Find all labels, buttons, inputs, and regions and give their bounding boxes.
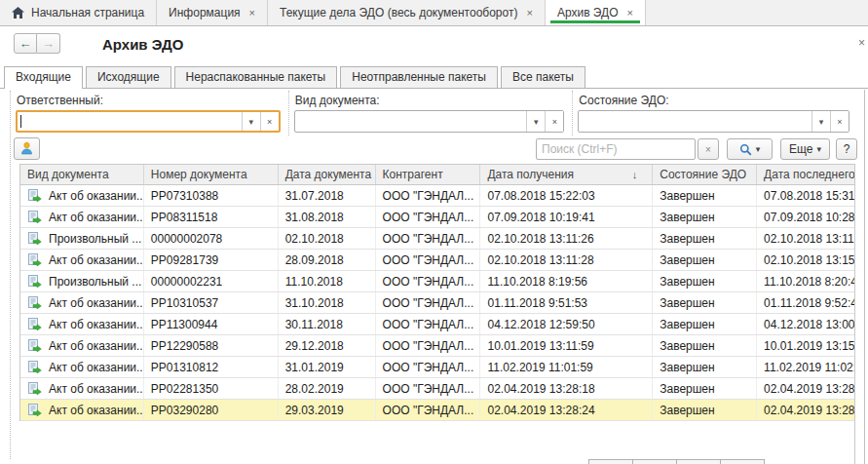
tab-close-icon[interactable]: ×	[249, 7, 255, 19]
table-row[interactable]: Акт об оказании...PP0228135028.02.2019ОО…	[20, 378, 854, 400]
incoming-document-icon	[27, 253, 42, 266]
table-row[interactable]: Акт об оказании...PP0329028029.03.2019ОО…	[20, 400, 854, 421]
window-tab-label: Текущие дела ЭДО (весь документооборот)	[280, 6, 517, 19]
cell-text: Завершен	[660, 211, 714, 224]
table-row[interactable]: Произвольный ...0000000207802.10.2018ООО…	[20, 228, 854, 250]
search-clear-button[interactable]: ×	[698, 138, 719, 160]
column-header-doc-kind[interactable]: Вид документа	[20, 165, 144, 184]
cell-number: PP11300944	[144, 314, 279, 334]
cell-type: Акт об оказании...	[20, 185, 144, 206]
column-header-received-date[interactable]: Дата получения ↓	[480, 165, 653, 184]
table-row[interactable]: Акт об оказании...PP1229058829.12.2018ОО…	[20, 335, 854, 357]
incoming-document-icon	[27, 382, 42, 395]
cell-received: 04.12.2018 12:59:50	[480, 314, 653, 334]
table-row[interactable]: Акт об оказании...PP0731038831.07.2018ОО…	[20, 185, 854, 207]
clear-icon[interactable]: ×	[830, 111, 849, 132]
cell-counterparty: ООО "ГЭНДАЛ...	[376, 228, 481, 249]
tab-close-icon[interactable]: ×	[627, 7, 633, 19]
cell-date: 30.11.2018	[279, 314, 376, 334]
cell-number: 00000002231	[144, 271, 279, 291]
cell-text: 00000002231	[151, 275, 222, 289]
cell-text: Акт об оказании...	[49, 382, 144, 396]
cell-received: 07.09.2018 10:19:41	[480, 207, 653, 227]
cell-changed: 02.10.2018 13:11:58	[757, 228, 854, 249]
column-header-edo-state[interactable]: Состояние ЭДО	[653, 165, 757, 184]
cell-date: 29.03.2019	[279, 400, 376, 420]
table-row[interactable]: Акт об оказании...PP0131081231.01.2019ОО…	[20, 357, 854, 378]
cell-received: 11.10.2018 8:19:56	[480, 271, 653, 291]
column-header-doc-date[interactable]: Дата документа	[279, 165, 376, 184]
dropdown-icon[interactable]: ▾	[811, 111, 830, 132]
subtab-unpacked[interactable]: Нераспакованные пакеты	[174, 66, 338, 88]
cell-text: 01.11.2018 9:52:46	[764, 296, 854, 310]
cell-date: 31.08.2018	[279, 207, 376, 227]
bottom-nav-button[interactable]	[720, 459, 765, 464]
cell-date: 31.10.2018	[279, 292, 376, 313]
back-button[interactable]: ←	[14, 33, 37, 54]
clear-icon[interactable]: ×	[260, 112, 279, 131]
form-right-border	[864, 90, 865, 464]
dropdown-icon[interactable]: ▾	[242, 112, 260, 131]
bottom-nav-button[interactable]	[676, 459, 721, 464]
cell-text: Завершен	[660, 189, 714, 203]
cell-text: 11.10.2018 8:20:47	[764, 275, 854, 289]
cell-text: ООО "ГЭНДАЛ...	[383, 189, 474, 203]
cell-state: Завершен	[653, 400, 757, 420]
search-button[interactable]: ▾	[727, 138, 773, 160]
responsible-input[interactable]	[21, 112, 242, 131]
window-tab-edo-archive[interactable]: Архив ЭДО ×	[546, 0, 646, 25]
cell-state: Завершен	[653, 271, 757, 291]
window-tab-home[interactable]: Начальная страница	[0, 0, 157, 25]
window-tab-label: Информация	[169, 6, 240, 19]
bottom-nav-button[interactable]	[632, 459, 677, 464]
responsible-combobox: ▾ ×	[16, 110, 281, 133]
table-row[interactable]: Произвольный ...0000000223111.10.2018ООО…	[20, 271, 854, 292]
cell-received: 02.10.2018 13:11:26	[480, 228, 653, 249]
help-button[interactable]: ?	[836, 138, 857, 160]
more-button[interactable]: Еще ▾	[780, 138, 830, 160]
window-tab-current-edo[interactable]: Текущие дела ЭДО (весь документооборот) …	[268, 0, 546, 25]
cell-text: ООО "ГЭНДАЛ...	[383, 253, 474, 267]
cell-date: 29.12.2018	[279, 335, 376, 356]
tab-close-icon[interactable]: ×	[526, 7, 532, 19]
set-responsible-button[interactable]	[14, 137, 40, 160]
table-row[interactable]: Акт об оказании...PP0928173928.09.2018ОО…	[20, 250, 854, 271]
window-tab-label: Архив ЭДО	[557, 6, 619, 19]
cell-text: 11.02.2019 11:02:5	[764, 361, 854, 374]
cell-type: Акт об оказании...	[20, 207, 144, 227]
subtab-incoming[interactable]: Входящие	[4, 66, 83, 89]
cell-text: Завершен	[660, 318, 714, 331]
subtab-unsent[interactable]: Неотправленные пакеты	[340, 66, 498, 88]
table-row[interactable]: Акт об оказании...PP1130094430.11.2018ОО…	[20, 314, 854, 335]
cell-changed: 11.02.2019 11:02:5	[757, 357, 854, 377]
dropdown-icon[interactable]: ▾	[526, 111, 545, 132]
cell-text: ООО "ГЭНДАЛ...	[383, 361, 474, 374]
window-tab-info[interactable]: Информация ×	[157, 0, 268, 25]
forward-button[interactable]: →	[37, 33, 60, 54]
cell-text: 30.11.2018	[285, 318, 343, 331]
doc-kind-input[interactable]	[295, 111, 527, 132]
edo-state-input[interactable]	[579, 111, 811, 132]
cell-counterparty: ООО "ГЭНДАЛ...	[376, 250, 481, 270]
cell-text: Акт об оказании...	[49, 296, 144, 310]
search-input[interactable]	[536, 138, 696, 160]
back-arrow-icon: ←	[19, 36, 32, 51]
bottom-nav-button[interactable]	[588, 459, 633, 464]
cell-changed: 02.04.2019 13:28:5	[757, 378, 854, 399]
form-close-icon[interactable]: ×	[858, 37, 865, 49]
cell-state: Завершен	[653, 228, 757, 249]
table-row[interactable]: Акт об оказании...PP1031053731.10.2018ОО…	[20, 292, 854, 314]
subtab-all[interactable]: Все пакеты	[501, 66, 585, 88]
history-nav: ← →	[14, 33, 60, 54]
column-header-doc-number[interactable]: Номер документа	[144, 165, 279, 184]
clear-icon[interactable]: ×	[545, 111, 563, 132]
filter-label: Вид документа:	[295, 94, 565, 107]
table-row[interactable]: Акт об оказании...PP0831151831.08.2018ОО…	[20, 207, 854, 228]
cell-text: Завершен	[660, 361, 714, 374]
column-header-counterparty[interactable]: Контрагент	[376, 165, 481, 184]
subtab-outgoing[interactable]: Исходящие	[86, 66, 171, 88]
cell-text: ООО "ГЭНДАЛ...	[383, 232, 474, 246]
column-header-last-changed[interactable]: Дата последнего и	[757, 165, 854, 184]
cell-counterparty: ООО "ГЭНДАЛ...	[376, 207, 481, 227]
cell-text: 01.11.2018 9:51:53	[487, 296, 587, 310]
